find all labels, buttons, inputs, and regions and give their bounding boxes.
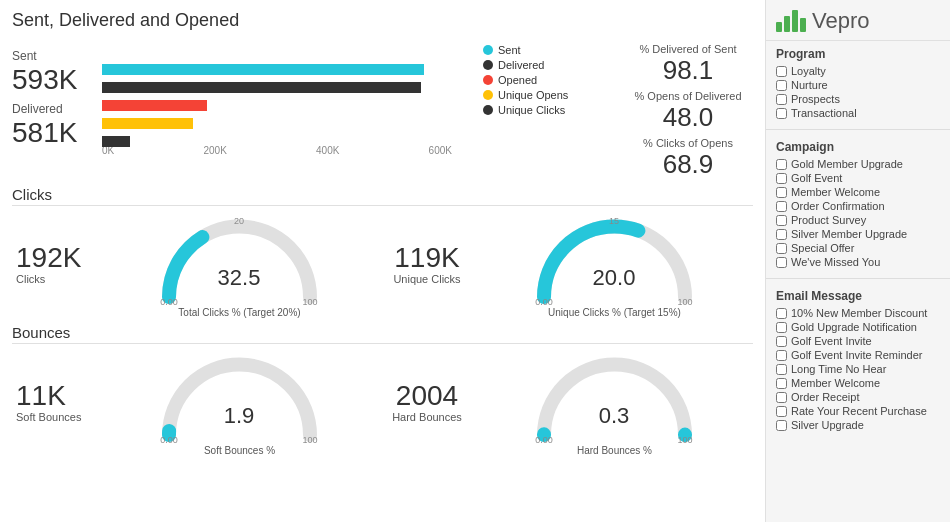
- email-item-0[interactable]: 10% New Member Discount: [776, 307, 940, 319]
- svg-text:100: 100: [677, 297, 692, 305]
- program-checkbox-3[interactable]: [776, 108, 787, 119]
- campaign-label-0: Gold Member Upgrade: [791, 158, 903, 170]
- bar-delivered: [102, 80, 473, 94]
- email-checkbox-2[interactable]: [776, 336, 787, 347]
- campaign-item-7[interactable]: We've Missed You: [776, 256, 940, 268]
- campaign-label-5: Silver Member Upgrade: [791, 228, 907, 240]
- svg-text:20: 20: [234, 216, 244, 226]
- campaign-item-6[interactable]: Special Offer: [776, 242, 940, 254]
- legend-item-delivered: Delivered: [483, 59, 613, 71]
- page-title: Sent, Delivered and Opened: [12, 10, 753, 31]
- svg-text:100: 100: [302, 297, 317, 305]
- email-label-3: Golf Event Invite Reminder: [791, 349, 922, 361]
- email-label-7: Rate Your Recent Purchase: [791, 405, 927, 417]
- email-checkbox-1[interactable]: [776, 322, 787, 333]
- logo-text: Vepro: [812, 8, 870, 34]
- program-item-1[interactable]: Nurture: [776, 79, 940, 91]
- program-label-3: Transactional: [791, 107, 857, 119]
- unique-clicks-label: Unique Clicks: [382, 273, 472, 285]
- hard-bounces-value: 2004: [382, 381, 472, 412]
- svg-text:20.0: 20.0: [593, 265, 636, 290]
- pct-opens-value: 48.0: [623, 102, 753, 133]
- email-label-2: Golf Event Invite: [791, 335, 872, 347]
- total-clicks-gauge-label: Total Clicks % (Target 20%): [178, 307, 300, 318]
- program-label-1: Nurture: [791, 79, 828, 91]
- campaign-item-3[interactable]: Order Confirmation: [776, 200, 940, 212]
- program-checkbox-2[interactable]: [776, 94, 787, 105]
- hard-bounces-label: Hard Bounces: [382, 411, 472, 423]
- svg-text:0.00: 0.00: [535, 435, 553, 443]
- email-item-7[interactable]: Rate Your Recent Purchase: [776, 405, 940, 417]
- campaign-item-4[interactable]: Product Survey: [776, 214, 940, 226]
- hard-bounces-gauge-label: Hard Bounces %: [577, 445, 652, 456]
- email-checkbox-3[interactable]: [776, 350, 787, 361]
- bar-sent: [102, 62, 473, 76]
- campaign-item-0[interactable]: Gold Member Upgrade: [776, 158, 940, 170]
- svg-text:0.00: 0.00: [160, 297, 178, 305]
- sent-value: 593K: [12, 65, 92, 96]
- pct-delivered-label: % Delivered of Sent: [623, 43, 753, 55]
- program-label-0: Loyalty: [791, 65, 826, 77]
- program-item-3[interactable]: Transactional: [776, 107, 940, 119]
- campaign-checkbox-3[interactable]: [776, 201, 787, 212]
- pct-delivered-value: 98.1: [623, 55, 753, 86]
- email-title: Email Message: [776, 289, 940, 303]
- campaign-item-5[interactable]: Silver Member Upgrade: [776, 228, 940, 240]
- program-checkbox-1[interactable]: [776, 80, 787, 91]
- email-checkbox-0[interactable]: [776, 308, 787, 319]
- svg-text:32.5: 32.5: [218, 265, 261, 290]
- pct-clicks-value: 68.9: [623, 149, 753, 180]
- campaign-label-2: Member Welcome: [791, 186, 880, 198]
- campaign-item-1[interactable]: Golf Event: [776, 172, 940, 184]
- soft-bounces-gauge: 1.9 0.00 100: [152, 348, 327, 443]
- svg-text:0.3: 0.3: [599, 403, 630, 428]
- email-item-4[interactable]: Long Time No Hear: [776, 363, 940, 375]
- email-item-6[interactable]: Order Receipt: [776, 391, 940, 403]
- campaign-label-1: Golf Event: [791, 172, 842, 184]
- logo-area: Vepro: [766, 0, 950, 41]
- campaign-item-2[interactable]: Member Welcome: [776, 186, 940, 198]
- campaign-checkbox-0[interactable]: [776, 159, 787, 170]
- unique-clicks-gauge: 20.0 0.00 100 15: [527, 210, 702, 305]
- campaign-checkbox-4[interactable]: [776, 215, 787, 226]
- sent-label: Sent: [12, 49, 92, 63]
- campaign-checkbox-5[interactable]: [776, 229, 787, 240]
- total-clicks-gauge: 32.5 0.00 100 20: [152, 210, 327, 305]
- bar-unique_clicks: [102, 134, 473, 148]
- campaign-checkbox-2[interactable]: [776, 187, 787, 198]
- campaign-checkbox-1[interactable]: [776, 173, 787, 184]
- soft-bounces-value: 11K: [16, 381, 97, 412]
- svg-text:100: 100: [677, 435, 692, 443]
- hard-bounces-gauge: 0.3 0.00 100: [527, 348, 702, 443]
- legend-item-sent: Sent: [483, 44, 613, 56]
- email-item-5[interactable]: Member Welcome: [776, 377, 940, 389]
- svg-text:1.9: 1.9: [224, 403, 255, 428]
- email-label-5: Member Welcome: [791, 377, 880, 389]
- unique-clicks-gauge-label: Unique Clicks % (Target 15%): [548, 307, 681, 318]
- email-checkbox-4[interactable]: [776, 364, 787, 375]
- bar-unique_opens: [102, 116, 473, 130]
- email-checkbox-8[interactable]: [776, 420, 787, 431]
- svg-text:0.00: 0.00: [160, 435, 178, 443]
- email-label-6: Order Receipt: [791, 391, 859, 403]
- email-label-4: Long Time No Hear: [791, 363, 886, 375]
- legend-item-opened: Opened: [483, 74, 613, 86]
- email-item-3[interactable]: Golf Event Invite Reminder: [776, 349, 940, 361]
- email-checkbox-7[interactable]: [776, 406, 787, 417]
- email-item-2[interactable]: Golf Event Invite: [776, 335, 940, 347]
- program-item-2[interactable]: Prospects: [776, 93, 940, 105]
- email-checkbox-5[interactable]: [776, 378, 787, 389]
- email-item-1[interactable]: Gold Upgrade Notification: [776, 321, 940, 333]
- logo-icon: [776, 10, 806, 32]
- email-checkbox-6[interactable]: [776, 392, 787, 403]
- soft-bounces-label: Soft Bounces: [16, 411, 97, 423]
- program-checkbox-0[interactable]: [776, 66, 787, 77]
- campaign-checkbox-7[interactable]: [776, 257, 787, 268]
- email-item-8[interactable]: Silver Upgrade: [776, 419, 940, 431]
- svg-text:0.00: 0.00: [535, 297, 553, 305]
- campaign-checkbox-6[interactable]: [776, 243, 787, 254]
- campaign-label-6: Special Offer: [791, 242, 854, 254]
- program-item-0[interactable]: Loyalty: [776, 65, 940, 77]
- clicks-section-header: Clicks: [12, 186, 753, 206]
- svg-text:100: 100: [302, 435, 317, 443]
